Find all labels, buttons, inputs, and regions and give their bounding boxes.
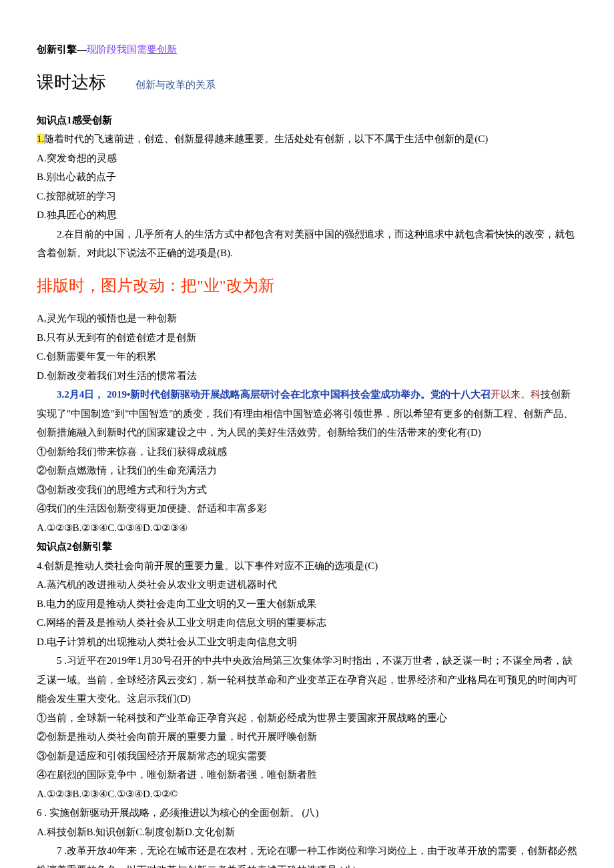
edit-note: 排版时，图片改动：把"业"改为新 [37, 271, 577, 302]
q1-text: 随着时代的飞速前进，创造、创新显得越来越重要。生活处处有创新，以下不属于生活中创… [44, 133, 488, 144]
q5: 5 .习近平在2019年1月30号召开的中共中央政治局第三次集体学习时指出，不谋… [37, 651, 577, 709]
title-row: 课时达标 创新与改革的关系 [37, 66, 577, 99]
q3-darkred-tail: 开以来。科 [491, 389, 541, 400]
q2-option-a: A,灵光乍现的顿悟也是一种创新 [37, 309, 577, 328]
q3-blue-lead: 3.2月4日， 2019•新时代创新驱动开展战略高层研讨会在北京中国科技会堂成功… [57, 389, 491, 400]
q5-options: A.①②③B.②③④C.①③④D.①②© [37, 785, 577, 804]
q5-item-4: ④在剧烈的国际竞争中，唯创新者进，唯创新者强，唯创新者胜 [37, 765, 577, 785]
engine-suffix-plain: 现阶段我国需 [87, 44, 147, 55]
q1-option-a: A.突发奇想的灵感 [37, 149, 577, 168]
q3-options: A.①②③B.②③④C.①③④D.①②③④ [37, 518, 577, 538]
q4: 4.创新是推动人类社会向前开展的重要力量。以下事件对应不正确的选项是(C) [37, 556, 577, 576]
q5-item-3: ③创新是适应和引领我国经济开展新常态的现实需要 [37, 747, 577, 766]
main-title: 课时达标 [37, 66, 106, 99]
kp2-heading: 知识点2创新引擎 [37, 537, 577, 556]
q3: 3.2月4日， 2019•新时代创新驱动开展战略高层研讨会在北京中国科技会堂成功… [37, 385, 577, 442]
q5-item-1: ①当前，全球新一轮科技和产业革命正孕育兴起，创新必经成为世界主要国家开展战略的重… [37, 709, 577, 728]
kp1-heading: 知识点1感受创新 [37, 111, 577, 130]
q1: 1.随着时代的飞速前进，创造、创新显得越来越重要。生活处处有创新，以下不属于生活… [37, 129, 577, 149]
q3-item-1: ①创新给我们带来惊喜，让我们获得成就感 [37, 442, 577, 462]
q2-option-d: D.创新改变着我们对生活的惯常看法 [37, 366, 577, 386]
q1-option-d: D.独具匠心的构思 [37, 205, 577, 225]
q3-item-4: ④我们的生活因创新变得更加便捷、舒适和丰富多彩 [37, 499, 577, 518]
q2-option-b: B.只有从无到有的创造创造才是创新 [37, 328, 577, 348]
q2: 2.在目前的中国，几乎所有人的生活方式中都包含有对美丽中国的强烈追求，而这种追求… [37, 225, 577, 263]
q1-option-c: C.按部就班的学习 [37, 187, 577, 206]
q7: 7 .改革开放40年来，无论在城市还是在农村，无论在哪一种工作岗位和学习岗位上，… [37, 841, 577, 868]
q1-number: 1. [37, 133, 44, 144]
q3-item-3: ③创新改变我们的思维方式和行为方式 [37, 480, 577, 500]
q4-option-d: D.电子计算机的出现推动人类社会从工业文明走向信息文明 [37, 632, 577, 652]
q4-option-b: B.电力的应用是推动人类社会走向工业文明的又一重大创新成果 [37, 594, 577, 614]
engine-label: 创新引擎— [37, 44, 87, 55]
sub-title: 创新与改革的关系 [135, 75, 216, 95]
engine-header: 创新引擎—现阶段我国需要创新 [37, 40, 577, 59]
q4-option-c: C.网络的普及是推动人类社会从工业文明走向信息文明的重要标志 [37, 613, 577, 632]
engine-suffix-underline: 要创新 [147, 44, 177, 55]
q2-option-c: C.创新需要年复一年的积累 [37, 347, 577, 366]
q5-item-2: ②创新是推动人类社会向前开展的重要力量，时代开展呼唤创新 [37, 727, 577, 747]
q4-option-a: A.蒸汽机的改进推动人类社会从农业文明走进机器时代 [37, 575, 577, 594]
q6: 6 . 实施创新驱动开展战略，必须推进以为核心的全面创新。 (八) [37, 803, 577, 823]
q1-option-b: B.别出心裁的点子 [37, 167, 577, 187]
q3-item-2: ②创新点燃激情，让我们的生命充满活力 [37, 461, 577, 480]
q6-options: A.科技创新B.知识创新C.制度创新D.文化创新 [37, 823, 577, 842]
